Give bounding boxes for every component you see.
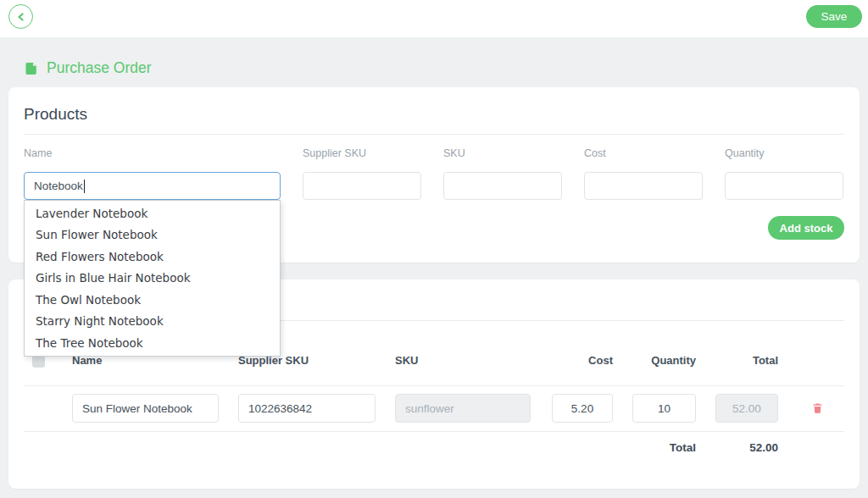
delete-row-button[interactable] [811, 401, 824, 415]
document-icon [24, 61, 39, 76]
select-all-checkbox[interactable] [32, 355, 45, 368]
footer-total-value: 52.00 [715, 441, 778, 454]
row-quantity-input[interactable] [632, 394, 696, 423]
save-button[interactable]: Save [806, 5, 862, 28]
autocomplete-option[interactable]: Lavender Notebook [25, 202, 280, 224]
header-cost: Cost [552, 354, 613, 367]
text-cursor [84, 180, 85, 193]
cost-field-group: Cost [584, 147, 703, 200]
name-label: Name [24, 147, 281, 161]
back-button[interactable] [8, 4, 33, 29]
name-field-group: Name Notebook [24, 147, 281, 200]
stock-table-header: Name Supplier SKU SKU Cost Quantity Tota… [24, 354, 844, 369]
header-total: Total [715, 354, 778, 367]
autocomplete-option[interactable]: Sun Flower Notebook [25, 224, 280, 246]
header-quantity: Quantity [632, 354, 696, 367]
stock-table-footer: Total 52.00 [24, 441, 844, 456]
cost-label: Cost [584, 147, 703, 161]
autocomplete-option[interactable]: Starry Night Notebook [25, 311, 280, 333]
name-input-value: Notebook [34, 180, 83, 192]
stock-table-row [24, 394, 844, 423]
chevron-left-icon [16, 12, 26, 22]
autocomplete-option[interactable]: Girls in Blue Hair Notebook [25, 268, 280, 290]
row-divider-top [24, 385, 844, 386]
row-total-input [715, 394, 778, 423]
row-name-input[interactable] [72, 394, 219, 423]
footer-total-label: Total [632, 441, 696, 454]
row-name-cell [72, 394, 219, 423]
sku-field-group: SKU [443, 147, 562, 200]
row-delete-cell [808, 394, 826, 418]
products-card-title: Products [24, 105, 87, 124]
products-card: Products Name Notebook Supplier SKU SKU … [8, 87, 860, 263]
row-sku-cell [395, 394, 531, 423]
supplier-sku-input[interactable] [303, 172, 421, 200]
row-supplier-sku-input[interactable] [238, 394, 376, 423]
supplier-sku-label: Supplier SKU [303, 147, 421, 161]
autocomplete-option[interactable]: The Tree Notebook [25, 332, 280, 354]
product-form: Name Notebook Supplier SKU SKU Cost Quan… [24, 147, 843, 200]
name-input[interactable]: Notebook [24, 172, 281, 200]
page-title: Purchase Order [47, 59, 152, 77]
row-total-cell [715, 394, 778, 423]
supplier-sku-field-group: Supplier SKU [303, 147, 421, 200]
autocomplete-option[interactable]: Red Flowers Notebook [25, 246, 280, 268]
name-autocomplete-dropdown: Lavender Notebook Sun Flower Notebook Re… [24, 200, 281, 357]
products-divider [24, 134, 844, 135]
header-sku: SKU [395, 354, 531, 367]
trash-icon [811, 401, 824, 415]
quantity-input[interactable] [725, 172, 843, 200]
page-heading: Purchase Order [24, 59, 152, 77]
quantity-label: Quantity [725, 147, 843, 161]
cost-input[interactable] [584, 172, 703, 200]
sku-input[interactable] [443, 172, 562, 200]
add-stock-button[interactable]: Add stock [768, 216, 844, 240]
row-sku-input [395, 394, 531, 423]
row-cost-cell [552, 394, 613, 423]
quantity-field-group: Quantity [725, 147, 843, 200]
row-divider-bottom [24, 431, 844, 432]
row-supplier-sku-cell [238, 394, 376, 423]
topbar: Save [0, 0, 868, 37]
autocomplete-option[interactable]: The Owl Notebook [25, 289, 280, 311]
sku-label: SKU [443, 147, 562, 161]
row-cost-input[interactable] [552, 394, 613, 423]
row-quantity-cell [632, 394, 696, 423]
